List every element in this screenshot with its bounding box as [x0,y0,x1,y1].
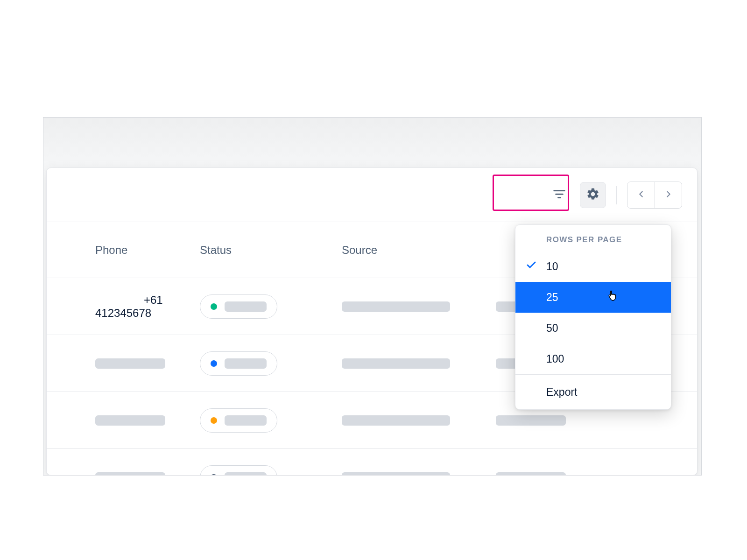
rows-option-25[interactable]: 25 [515,282,671,313]
table-row[interactable] [47,449,697,476]
menu-item-label: 10 [546,260,558,273]
rows-option-10[interactable]: 10 [515,251,671,282]
pagination-group [627,182,682,209]
toolbar-separator [616,186,617,204]
source-placeholder [342,358,450,369]
table-toolbar [47,168,697,222]
status-dot [211,360,217,367]
status-placeholder [225,415,267,426]
chevron-right-icon [663,189,674,201]
menu-item-label: 50 [546,322,558,335]
col-header-status[interactable]: Status [200,244,232,256]
chevron-left-icon [636,189,646,201]
status-dot [211,474,217,476]
filter-button[interactable] [546,182,572,208]
source-placeholder [342,415,450,426]
status-dot [211,303,217,310]
settings-menu: ROWS PER PAGE 10 25 50 100 Export [515,224,671,410]
status-pill [200,351,277,376]
cell-placeholder [496,472,566,476]
menu-heading-rows-per-page: ROWS PER PAGE [515,225,671,251]
source-placeholder [342,472,450,476]
gear-icon [586,187,600,203]
rows-option-100[interactable]: 100 [515,343,671,374]
rows-option-50[interactable]: 50 [515,313,671,343]
status-placeholder [225,472,267,476]
prev-page-button[interactable] [627,182,655,208]
phone-placeholder [95,472,165,476]
col-header-source[interactable]: Source [342,244,377,256]
phone-placeholder [95,358,165,369]
export-action[interactable]: Export [515,375,671,409]
cursor-pointer-icon [607,289,619,305]
status-dot [211,417,217,424]
menu-item-label: 100 [546,353,564,365]
menu-item-label: 25 [546,291,558,304]
col-header-phone[interactable]: Phone [95,244,127,256]
cell-placeholder [496,415,566,426]
status-pill [200,294,277,319]
source-placeholder [342,301,450,312]
status-placeholder [225,301,267,312]
status-placeholder [225,358,267,369]
menu-item-label: Export [546,386,577,399]
check-icon [526,259,537,273]
filter-icon [552,187,566,203]
phone-cell: +61 412345678 [95,294,163,319]
settings-button[interactable] [580,182,606,208]
phone-placeholder [95,415,165,426]
status-pill [200,465,277,476]
status-pill [200,408,277,433]
next-page-button[interactable] [655,182,682,208]
